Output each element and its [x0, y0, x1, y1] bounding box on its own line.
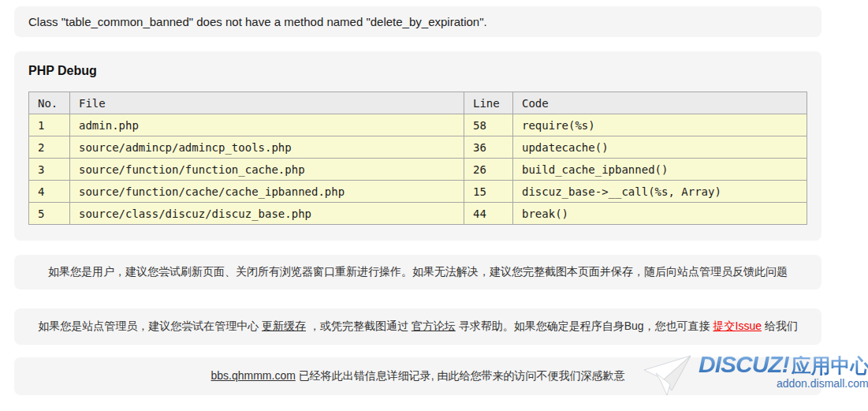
- cell-file: source/function/cache/cache_ipbanned.php: [70, 181, 464, 203]
- paper-plane-icon: [643, 354, 697, 397]
- official-forum-link[interactable]: 官方论坛: [412, 319, 456, 332]
- discuz-brand-suffix: 应用中心: [792, 356, 868, 376]
- cell-no: 3: [29, 159, 70, 181]
- admin-notice-text-2: ，或凭完整截图通过: [306, 319, 412, 332]
- cell-code: require(%s): [513, 114, 807, 136]
- cell-line: 58: [464, 114, 513, 136]
- table-row: 1 admin.php 58 require(%s): [29, 114, 807, 136]
- discuz-brand-text: DISCUZ!: [698, 353, 789, 376]
- error-page: Class "table_common_banned" does not hav…: [0, 0, 868, 411]
- cell-line: 26: [464, 159, 513, 181]
- cell-line: 15: [464, 181, 513, 203]
- error-message: Class "table_common_banned" does not hav…: [28, 15, 487, 28]
- user-notice-box: 如果您是用户，建议您尝试刷新页面、关闭所有浏览器窗口重新进行操作。如果无法解决，…: [14, 255, 821, 290]
- discuz-logo[interactable]: DISCUZ! 应用中心 addon.dismall.com: [643, 353, 862, 400]
- admin-notice-text-3: 寻求帮助。如果您确定是程序自身Bug，您也可直接: [456, 319, 713, 332]
- table-row: 3 source/function/function_cache.php 26 …: [29, 159, 807, 181]
- update-cache-link[interactable]: 更新缓存: [262, 319, 306, 332]
- cell-file: source/class/discuz/discuz_base.php: [70, 203, 464, 225]
- submit-issue-link[interactable]: 提交Issue: [713, 319, 762, 332]
- cell-code: discuz_base->__call(%s, Array): [513, 181, 807, 203]
- debug-trace-table: No. File Line Code 1 admin.php 58 requir…: [28, 92, 807, 225]
- site-domain-link[interactable]: bbs.qhmmm.com: [210, 369, 295, 382]
- cell-code: updatecache(): [513, 136, 807, 159]
- footer-box: bbs.qhmmm.com 已经将此出错信息详细记录, 由此给您带来的访问不便我…: [14, 357, 821, 395]
- cell-code: break(): [513, 203, 807, 225]
- column-header-line: Line: [464, 92, 513, 114]
- cell-no: 5: [29, 203, 70, 225]
- cell-file: source/admincp/admincp_tools.php: [70, 136, 464, 159]
- cell-file: source/function/function_cache.php: [70, 159, 464, 181]
- table-row: 4 source/function/cache/cache_ipbanned.p…: [29, 181, 807, 203]
- discuz-logo-domain: addon.dismall.com: [698, 377, 868, 390]
- cell-no: 2: [29, 136, 70, 159]
- error-message-box: Class "table_common_banned" does not hav…: [14, 6, 821, 37]
- admin-notice-text-4: 给我们: [762, 319, 798, 332]
- admin-notice-box: 如果您是站点管理员，建议您尝试在管理中心 更新缓存 ，或凭完整截图通过 官方论坛…: [14, 308, 821, 345]
- table-header-row: No. File Line Code: [29, 92, 807, 114]
- footer-apology-text: 已经将此出错信息详细记录, 由此给您带来的访问不便我们深感歉意: [296, 369, 625, 382]
- column-header-no: No.: [29, 92, 70, 114]
- user-notice-text: 如果您是用户，建议您尝试刷新页面、关闭所有浏览器窗口重新进行操作。如果无法解决，…: [48, 265, 788, 278]
- column-header-file: File: [70, 92, 464, 114]
- php-debug-box: PHP Debug No. File Line Code 1 admin.php…: [14, 51, 821, 241]
- table-row: 2 source/admincp/admincp_tools.php 36 up…: [29, 136, 807, 159]
- cell-line: 44: [464, 203, 513, 225]
- cell-line: 36: [464, 136, 513, 159]
- cell-no: 4: [29, 181, 70, 203]
- table-row: 5 source/class/discuz/discuz_base.php 44…: [29, 203, 807, 225]
- column-header-code: Code: [513, 92, 807, 114]
- cell-file: admin.php: [70, 114, 464, 136]
- discuz-logo-text: DISCUZ! 应用中心 addon.dismall.com: [698, 353, 868, 390]
- cell-no: 1: [29, 114, 70, 136]
- admin-notice-text-1: 如果您是站点管理员，建议您尝试在管理中心: [38, 319, 262, 332]
- cell-code: build_cache_ipbanned(): [513, 159, 807, 181]
- php-debug-title: PHP Debug: [28, 64, 807, 78]
